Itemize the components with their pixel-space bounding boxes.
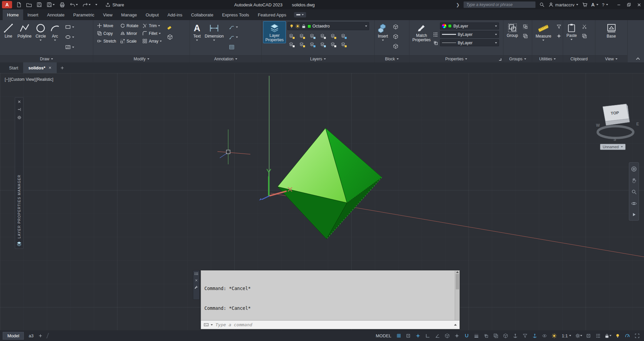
snap-mode-toggle[interactable] [404,332,413,340]
viewcube-west[interactable]: W [596,123,600,128]
search-expand-icon[interactable]: ❯ [456,2,460,7]
show-motion-icon[interactable] [632,212,636,217]
selection-filtering-toggle[interactable] [521,332,530,340]
command-history[interactable]: Command: *Cancel* Command: *Cancel* Comm… [201,271,459,320]
help-button[interactable]: ? [602,2,608,7]
copy-button[interactable]: Copy [95,30,118,37]
new-drawing-tab-button[interactable] [57,62,68,73]
arc-tool-button[interactable]: Arc [48,21,62,41]
annotation-scale-selector[interactable]: 1:1 [560,332,573,340]
lineweight-dropdown[interactable]: ByLayer [440,31,499,38]
grid-display-toggle[interactable] [394,332,403,340]
tab-insert[interactable]: Insert [23,9,43,20]
zoom-icon[interactable] [631,189,637,195]
stretch-button[interactable]: Stretch [95,38,118,44]
scroll-thumb[interactable] [456,274,459,289]
layer-freeze-button[interactable] [308,32,315,39]
transparency-settings-icon[interactable] [433,40,438,46]
search-icon[interactable] [539,2,545,7]
layer-properties-button[interactable]: Layer Properties [263,21,286,43]
layer-select-dropdown[interactable]: Octaedro [287,22,369,30]
view-panel-label[interactable]: View [595,55,627,62]
viewport-visual-style-control[interactable]: [Realistic] [36,77,53,82]
edit-block-button[interactable] [391,33,400,40]
drawing-tab-solidos[interactable]: solidos* [23,62,57,73]
dynamic-ucs-toggle[interactable] [511,332,520,340]
create-block-button[interactable] [391,23,400,30]
minimize-button[interactable] [614,0,624,9]
block-attributes-button[interactable] [391,43,400,50]
close-command-window-icon[interactable] [195,279,198,282]
selection-cycling-toggle[interactable] [492,332,500,340]
graphics-performance-button[interactable] [623,332,632,340]
polar-tracking-toggle[interactable] [433,332,442,340]
object-color-dropdown[interactable]: ByLayer [440,22,499,30]
workspace-switching-button[interactable] [574,332,583,340]
rotate-button[interactable]: Rotate [118,22,140,29]
base-view-button[interactable]: Base [604,21,618,39]
close-palette-icon[interactable] [17,100,21,104]
properties-dialog-launcher[interactable] [499,58,501,61]
command-history-up-icon[interactable] [454,324,457,326]
drag-handle-icon[interactable] [194,272,198,275]
orbit-icon[interactable] [631,201,637,207]
move-button[interactable]: Move [95,22,118,29]
full-navigation-wheel-icon[interactable] [631,166,637,172]
quick-select-button[interactable] [555,23,563,30]
layer-unisolate-button[interactable] [298,41,305,47]
new-layout-button[interactable] [38,334,43,338]
transparency-toggle[interactable] [482,332,491,340]
autodesk-app-button[interactable]: A [591,2,598,7]
explode-button[interactable] [165,34,175,41]
layer-match-button[interactable] [329,32,336,39]
drawing-area[interactable]: [−] [Custom View] [Realistic] LAYER PROP… [0,73,644,330]
match-properties-button[interactable]: Match Properties [411,21,432,42]
viewport-view-control[interactable]: [Custom View] [10,77,36,82]
tab-collaborate[interactable]: Collaborate [187,9,218,20]
isolate-objects-button[interactable] [613,332,622,340]
trim-button[interactable]: Trim [141,22,163,29]
viewcube[interactable]: W E S TOP [594,99,641,146]
annotation-panel-label[interactable]: Annotation [190,55,261,62]
layer-lock-button[interactable] [318,32,326,39]
dimension-tool-button[interactable]: Dimension [203,21,226,41]
lineweight-settings-icon[interactable] [433,32,438,37]
viewport-minimize-control[interactable]: [−] [5,77,9,82]
tab-view[interactable]: View [99,9,117,20]
auto-hide-pin-icon[interactable] [17,107,21,112]
object-snap-tracking-toggle[interactable] [453,332,461,340]
utilities-panel-label[interactable]: Utilities [532,55,563,62]
annotation-monitor-toggle[interactable] [584,332,593,340]
tab-parametric[interactable]: Parametric [69,9,99,20]
id-point-button[interactable] [555,33,563,39]
tab-manage[interactable]: Manage [117,9,141,20]
gizmo-toggle[interactable] [531,332,539,340]
tab-featured-apps[interactable]: Featured Apps [253,9,291,20]
cut-button[interactable] [580,23,589,30]
ellipse-tool-button[interactable] [63,34,76,41]
viewcube-south[interactable]: S [613,137,616,142]
hatch-tool-button[interactable] [63,44,76,51]
text-tool-button[interactable]: A Text [191,21,203,41]
tab-annotate[interactable]: Annotate [43,9,69,20]
group-edit-button[interactable] [521,33,530,39]
viewcube-compass-ring[interactable] [598,126,633,138]
ucs-name-chip[interactable]: Unnamed [600,144,626,150]
tab-home[interactable]: Home [3,9,23,20]
ungroup-button[interactable] [521,23,530,30]
recent-commands-arrow-icon[interactable] [211,324,213,326]
model-tab[interactable]: Model [3,332,24,340]
circle-tool-button[interactable]: Circle [34,21,48,41]
scroll-up-icon[interactable] [456,271,459,273]
octahedron-solid[interactable] [278,128,382,239]
app-store-cart-icon[interactable] [582,2,588,8]
tab-output[interactable]: Output [141,9,163,20]
command-prompt-icon[interactable] [204,322,209,327]
linetype-dropdown[interactable]: ByLayer [440,39,499,46]
ribbon-display-toggle[interactable] [294,12,306,17]
layer-unlock-button[interactable] [318,41,326,47]
viewcube-east[interactable]: E [636,122,639,126]
annotation-visibility-toggle[interactable] [540,332,549,340]
rectangle-tool-button[interactable] [63,23,76,31]
array-button[interactable]: Array [141,38,163,44]
